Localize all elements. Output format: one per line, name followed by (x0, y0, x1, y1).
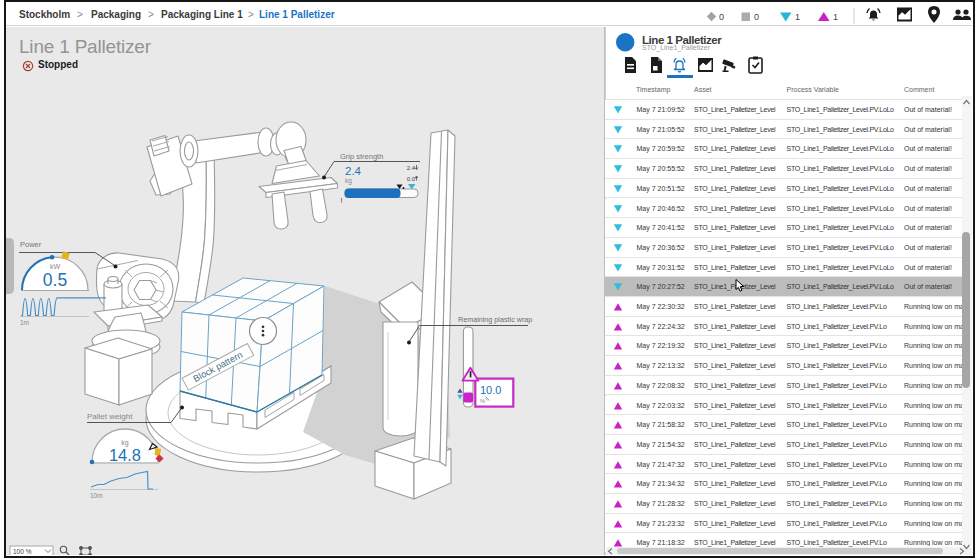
svg-text:2.4: 2.4 (407, 165, 416, 171)
svg-text:1m: 1m (20, 319, 29, 326)
svg-text:10m: 10m (90, 492, 103, 499)
svg-text:14.8: 14.8 (109, 446, 141, 464)
svg-text:Grip strength: Grip strength (340, 152, 383, 161)
svg-text:10.0: 10.0 (480, 384, 501, 396)
svg-text:kg: kg (345, 177, 352, 185)
svg-text:Power: Power (20, 240, 42, 249)
svg-text:100 %: 100 % (13, 548, 32, 555)
svg-text:0: 0 (754, 12, 759, 22)
svg-text:!: ! (341, 197, 343, 204)
svg-text:0.0: 0.0 (407, 176, 416, 182)
svg-text:%: % (480, 398, 485, 404)
svg-text:0: 0 (719, 12, 724, 22)
svg-text:kW: kW (50, 263, 61, 270)
svg-text:2.4: 2.4 (345, 165, 362, 177)
svg-text:0.5: 0.5 (43, 270, 67, 290)
svg-text:Pallet weight: Pallet weight (87, 412, 133, 421)
svg-text:1: 1 (833, 12, 838, 22)
svg-text:1: 1 (795, 12, 800, 22)
svg-text:Remaining plastic wrap: Remaining plastic wrap (458, 315, 532, 324)
